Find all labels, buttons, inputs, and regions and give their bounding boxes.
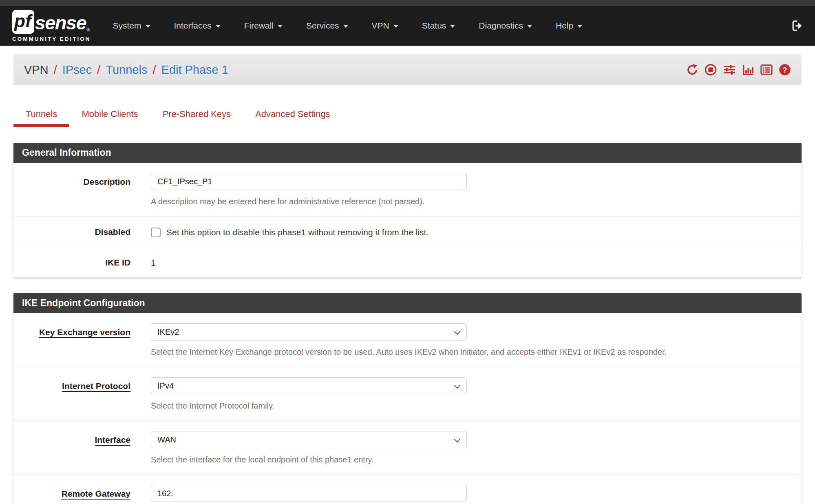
nav-item-label: Services <box>306 21 339 31</box>
tab-advanced-settings[interactable]: Advanced Settings <box>243 102 342 127</box>
caret-down-icon <box>343 25 348 28</box>
form-row-description: Description A description may be entered… <box>13 163 802 217</box>
caret-down-icon <box>146 25 150 28</box>
panel-general-information: General Information Description A descri… <box>13 143 802 278</box>
ike-id-label: IKE ID <box>13 257 130 268</box>
nav-item-interfaces[interactable]: Interfaces <box>174 21 221 31</box>
tab-mobile-clients[interactable]: Mobile Clients <box>69 102 150 127</box>
disabled-label: Disabled <box>13 227 130 237</box>
breadcrumb-link-ipsec[interactable]: IPsec <box>62 63 92 77</box>
breadcrumb-section: VPN <box>24 63 49 77</box>
registered-mark: ® <box>86 27 90 34</box>
ike-id-value: 1 <box>151 257 802 268</box>
nav-item-label: Firewall <box>244 21 274 31</box>
sliders-icon[interactable] <box>723 64 736 76</box>
list-alt-icon[interactable] <box>760 64 773 76</box>
description-label: Description <box>13 173 130 207</box>
selected-value: IKEv2 <box>157 327 179 337</box>
nav-item-label: System <box>113 21 141 31</box>
internet-protocol-help: Select the Internet Protocol family. <box>151 400 802 411</box>
question-circle-icon[interactable]: ? <box>779 64 791 76</box>
logout-icon[interactable] <box>791 20 803 32</box>
chevron-down-icon <box>454 329 461 335</box>
description-input[interactable] <box>151 173 467 190</box>
selected-value: IPv4 <box>157 381 174 391</box>
interface-help: Select the interface for the local endpo… <box>151 454 802 465</box>
caret-down-icon <box>450 25 455 28</box>
breadcrumb: VPN / IPsec / Tunnels / Edit Phase 1 <box>24 63 228 77</box>
breadcrumb-link-edit-phase1[interactable]: Edit Phase 1 <box>161 63 228 77</box>
stop-circle-icon[interactable] <box>705 64 717 76</box>
nav-item-vpn[interactable]: VPN <box>372 21 398 31</box>
refresh-icon[interactable] <box>686 64 698 76</box>
form-row-internet-protocol: Internet Protocol IPv4 Select the Intern… <box>13 367 802 421</box>
panel-title: General Information <box>13 143 802 163</box>
form-row-disabled: Disabled Set this option to disable this… <box>13 217 802 247</box>
internet-protocol-label: Internet Protocol <box>13 377 130 411</box>
navbar-top-strip <box>0 0 815 6</box>
nav-item-label: Status <box>422 21 446 31</box>
nav-item-help[interactable]: Help <box>556 21 582 31</box>
chevron-down-icon <box>454 382 461 389</box>
form-row-remote-gateway: Remote Gateway Enter the public IP addre… <box>13 475 802 504</box>
breadcrumb-separator: / <box>54 63 57 77</box>
caret-down-icon <box>527 25 532 28</box>
nav-item-diagnostics[interactable]: Diagnostics <box>479 21 532 31</box>
tab-tunnels[interactable]: Tunnels <box>13 102 69 127</box>
internet-protocol-select[interactable]: IPv4 <box>151 377 467 394</box>
breadcrumb-bar: VPN / IPsec / Tunnels / Edit Phase 1 <box>13 54 802 85</box>
caret-down-icon <box>577 25 582 28</box>
key-exchange-version-label: Key Exchange version <box>13 323 130 357</box>
form-row-ike-id: IKE ID 1 <box>13 247 802 278</box>
interface-label: Interface <box>13 431 130 465</box>
nav-item-label: Help <box>556 21 573 31</box>
panel-ike-endpoint-configuration: IKE Endpoint Configuration Key Exchange … <box>13 293 802 504</box>
disabled-checkbox-text: Set this option to disable this phase1 w… <box>166 228 428 237</box>
pfsense-logo[interactable]: pf sense ® COMMUNITY EDITION <box>12 10 91 42</box>
form-row-key-exchange-version: Key Exchange version IKEv2 Select the In… <box>13 313 802 367</box>
logo-subtitle: COMMUNITY EDITION <box>12 36 91 42</box>
tab-bar: Tunnels Mobile Clients Pre-Shared Keys A… <box>13 102 802 127</box>
bar-chart-icon[interactable] <box>742 64 754 76</box>
key-exchange-version-select[interactable]: IKEv2 <box>151 323 467 340</box>
nav-item-firewall[interactable]: Firewall <box>244 21 283 31</box>
breadcrumb-link-tunnels[interactable]: Tunnels <box>106 63 147 77</box>
nav-item-label: Interfaces <box>174 21 212 31</box>
breadcrumb-separator: / <box>97 63 100 77</box>
key-exchange-version-help: Select the Internet Key Exchange protoco… <box>151 347 802 357</box>
page-action-icons: ? <box>686 64 791 76</box>
interface-select[interactable]: WAN <box>151 431 467 448</box>
logo-sense-text: sense <box>35 13 86 34</box>
svg-text:?: ? <box>782 66 787 74</box>
remote-gateway-input[interactable] <box>151 485 467 502</box>
description-help: A description may be entered here for ad… <box>151 196 802 207</box>
logo-pf-mark: pf <box>12 10 34 34</box>
caret-down-icon <box>216 25 221 28</box>
nav-item-system[interactable]: System <box>113 21 150 31</box>
chevron-down-icon <box>454 436 461 443</box>
selected-value: WAN <box>157 435 176 444</box>
nav-item-services[interactable]: Services <box>306 21 348 31</box>
form-row-interface: Interface WAN Select the interface for t… <box>13 421 802 475</box>
remote-gateway-label: Remote Gateway <box>13 485 130 504</box>
panel-title: IKE Endpoint Configuration <box>13 293 802 313</box>
nav-item-status[interactable]: Status <box>422 21 455 31</box>
caret-down-icon <box>393 25 398 28</box>
navbar-menu: System Interfaces Firewall Services VPN … <box>113 21 791 31</box>
nav-item-label: VPN <box>372 21 389 31</box>
nav-item-label: Diagnostics <box>479 21 523 31</box>
caret-down-icon <box>278 25 283 28</box>
tab-pre-shared-keys[interactable]: Pre-Shared Keys <box>150 102 243 127</box>
disabled-checkbox[interactable] <box>151 228 161 237</box>
navbar: pf sense ® COMMUNITY EDITION System Inte… <box>0 6 815 46</box>
breadcrumb-separator: / <box>152 63 156 77</box>
